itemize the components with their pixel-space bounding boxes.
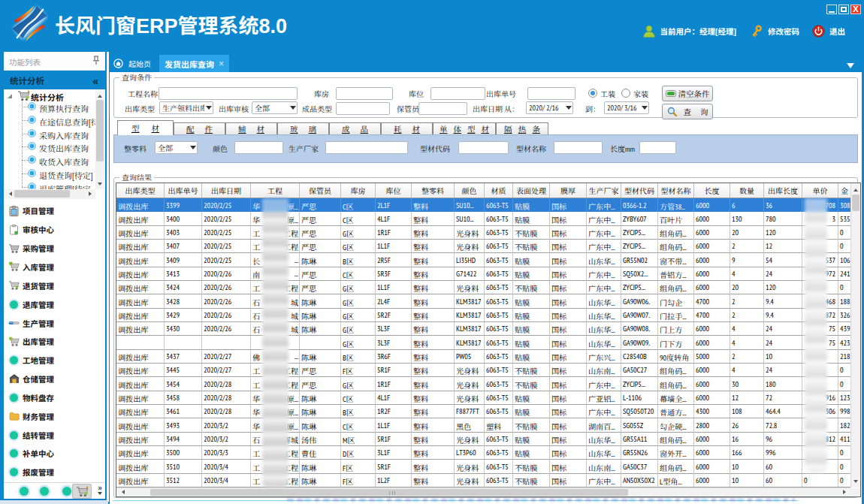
- table-row[interactable]: 调拨出库34002020/2/25华原...严思C区4L1F整料SU10...6…: [116, 212, 850, 225]
- table-row[interactable]: 调拨出库34932020/3/2华原...陈琳C区1L1F整料黑色塑料不贴膜国标…: [116, 418, 850, 432]
- clear-button[interactable]: 清空条件: [662, 86, 713, 101]
- material-tab-4[interactable]: 玻璃: [277, 122, 329, 135]
- column-header-film[interactable]: 膜厚: [550, 183, 587, 198]
- tree-item[interactable]: 采购入库查询: [4, 127, 105, 140]
- column-header-room[interactable]: 库房: [341, 183, 376, 198]
- column-header-code[interactable]: 型材代码: [621, 183, 658, 198]
- date-to-select[interactable]: 2020/ 3/16: [604, 101, 649, 114]
- radio-industrial[interactable]: [588, 89, 597, 98]
- maker-input[interactable]: [325, 141, 408, 154]
- column-header-material[interactable]: 材质: [485, 183, 513, 198]
- color-input[interactable]: [234, 141, 283, 154]
- tree-expander-icon[interactable]: [8, 94, 12, 98]
- minimize-button[interactable]: [826, 5, 837, 14]
- outbound-audit-select[interactable]: 全部: [252, 101, 298, 114]
- material-tab-7[interactable]: 单体型材: [433, 122, 496, 135]
- scrollbar-thumb[interactable]: [852, 195, 859, 211]
- power-icon[interactable]: [812, 25, 825, 38]
- sidebar-item-11[interactable]: 物料盘存: [4, 388, 105, 407]
- material-tab-6[interactable]: 耗材: [381, 122, 433, 135]
- code-input[interactable]: [458, 141, 509, 154]
- sidebar-item-5[interactable]: 退货管理: [4, 276, 105, 295]
- column-header-name[interactable]: 型材名称: [658, 183, 694, 198]
- sidebar-item-8[interactable]: 出库管理: [4, 332, 105, 351]
- material-tab-8[interactable]: 隔热条: [496, 122, 548, 135]
- material-tab-2[interactable]: 配件: [174, 122, 225, 135]
- tab-active[interactable]: 发货出库查询 ×: [159, 55, 229, 72]
- tab-home[interactable]: 起始页: [113, 54, 151, 72]
- table-vertical-scrollbar[interactable]: [850, 183, 860, 487]
- column-header-type[interactable]: 出库类型: [116, 183, 165, 198]
- group-dot-icon[interactable]: [20, 487, 29, 496]
- close-button[interactable]: X: [850, 5, 861, 14]
- column-header-price[interactable]: 单价: [802, 183, 838, 198]
- product-type-input[interactable]: [336, 102, 390, 115]
- tree-vertical-scrollbar[interactable]: [95, 89, 105, 189]
- scrollbar-thumb[interactable]: [150, 489, 628, 496]
- material-tab-3[interactable]: 辅材: [225, 122, 277, 135]
- sidebar-item-7[interactable]: 生产管理: [4, 314, 105, 333]
- sidebar-item-1[interactable]: 项目管理: [4, 202, 105, 221]
- table-row[interactable]: 调拨出库34372020/2/27佛...陈琳B区3R6F整料PW056063-…: [116, 350, 850, 364]
- column-header-surface[interactable]: 表面处理: [513, 183, 550, 198]
- table-row[interactable]: 调拨出库33992020/2/25华原...严思C区2L1F整料SU10...6…: [116, 198, 850, 212]
- table-row[interactable]: 调拨出库34542020/2/28工共工程严思G区1R1F整料光身料6063-T…: [116, 377, 850, 391]
- column-header-keeper[interactable]: 保管员: [300, 183, 341, 198]
- more-groups-button[interactable]: »: [95, 484, 104, 499]
- sidebar-item-15[interactable]: 报废管理: [4, 463, 105, 481]
- column-header-no[interactable]: 出库单号: [165, 183, 202, 198]
- column-header-length[interactable]: 长度: [694, 183, 730, 198]
- sidebar-item-10[interactable]: 仓储管理: [4, 370, 105, 388]
- group-dot-icon[interactable]: [40, 487, 49, 496]
- maximize-button[interactable]: [838, 5, 849, 14]
- whole-part-select[interactable]: 全部: [155, 141, 198, 154]
- column-header-loc[interactable]: 库位: [376, 183, 412, 198]
- group-dot-icon[interactable]: [62, 487, 71, 496]
- logout-link[interactable]: 退出: [829, 26, 845, 37]
- column-header-project[interactable]: 工程: [251, 183, 300, 198]
- column-header-qty[interactable]: 数量: [730, 183, 764, 198]
- table-row[interactable]: 调拨出库34132020/2/26南...严思C区5R3F整料G71422606…: [116, 267, 850, 281]
- keeper-input[interactable]: [418, 102, 467, 115]
- table-horizontal-scrollbar[interactable]: [116, 487, 850, 496]
- change-password-link[interactable]: 修改密码: [768, 26, 799, 37]
- sidebar-item-6[interactable]: 退库管理: [4, 295, 105, 314]
- tree-item[interactable]: 退货查询[待定]: [4, 167, 105, 180]
- table-row[interactable]: 调拨出库34092020/2/25长...陈琳B区2R5F整料LI35HD606…: [116, 253, 850, 267]
- column-header-date[interactable]: 出库日期: [202, 183, 251, 198]
- key-icon[interactable]: [749, 24, 763, 39]
- material-tab-5[interactable]: 成品: [329, 122, 381, 135]
- sidebar-item-14[interactable]: 补单中心: [4, 445, 105, 463]
- column-header-color[interactable]: 颜色: [455, 183, 485, 198]
- table-row[interactable]: 调拨出库34242020/2/26工工程严思G区1L1F整料光身料6063-T5…: [116, 281, 850, 294]
- collapse-icon[interactable]: «: [92, 73, 98, 88]
- table-row[interactable]: 调拨出库34292020/2/26石城陈琳G区5R2F整料KLM38176063…: [116, 309, 850, 322]
- table-row[interactable]: 调拨出库34582020/2/28华原...陈琳C区4L1F整料光身料6063-…: [116, 391, 850, 405]
- tab-list-dropdown-icon[interactable]: [847, 63, 854, 72]
- name-input[interactable]: [554, 141, 603, 154]
- tree-item[interactable]: 退库管理[待定: [4, 180, 105, 189]
- column-header-amount[interactable]: 金: [838, 183, 851, 198]
- tree-item[interactable]: 收货入库查询: [4, 153, 105, 167]
- sidebar-item-12[interactable]: 财务管理: [4, 407, 105, 426]
- column-header-maker[interactable]: 生产厂家: [587, 183, 621, 198]
- table-row[interactable]: 调拨出库34072020/2/25工工程严思G区1L1F整料光身料6063-T5…: [116, 240, 850, 253]
- table-row[interactable]: G区3L3F整料KLM38176063-T5贴膜国标山东华...GA90W09.…: [116, 336, 850, 349]
- sidebar-item-3[interactable]: 采购管理: [4, 239, 105, 258]
- scrollbar-thumb[interactable]: [96, 100, 104, 161]
- search-button[interactable]: 查询: [662, 104, 713, 119]
- table-row[interactable]: 调拨出库34032020/2/25工工程严思G区1R1F整料光身料6063-T5…: [116, 226, 850, 240]
- column-header-outlen[interactable]: 出库长度: [764, 183, 802, 198]
- pin-icon[interactable]: [92, 56, 100, 65]
- radio-home[interactable]: [621, 89, 630, 98]
- length-input[interactable]: [639, 141, 676, 154]
- sidebar-section-header[interactable]: 统计分析 «: [4, 71, 105, 89]
- active-group-button[interactable]: [72, 484, 92, 499]
- warehouse-input[interactable]: [336, 87, 393, 100]
- scrollbar-thumb[interactable]: [14, 190, 70, 198]
- tab-close-icon[interactable]: ×: [219, 59, 224, 69]
- table-row[interactable]: 调拨出库35002020/3/3工共工程曹佳D区3L1F整料LT3P606063…: [116, 446, 850, 460]
- sidebar-item-9[interactable]: 工地管理: [4, 351, 105, 370]
- order-no-input[interactable]: [527, 87, 575, 100]
- table-row[interactable]: 调拨出库34302020/2/26石城陈琳G区3L3F整料KLM38176063…: [116, 322, 850, 336]
